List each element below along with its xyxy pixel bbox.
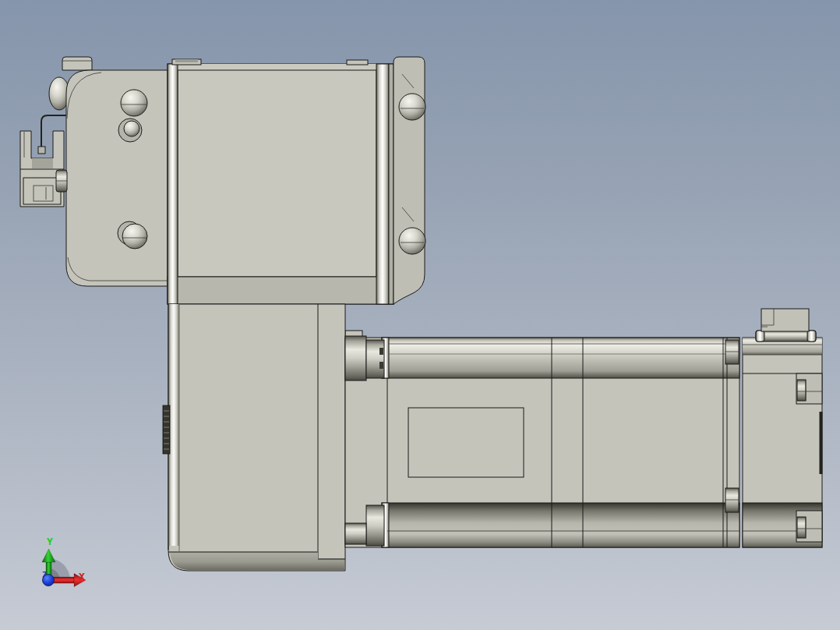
motor-housing[interactable] bbox=[743, 338, 823, 547]
orientation-triad[interactable]: Z Y X bbox=[42, 536, 86, 587]
cable-end bbox=[38, 147, 45, 154]
carriage-plate[interactable] bbox=[62, 57, 168, 286]
top-lip-right bbox=[347, 60, 368, 65]
right-flange-plate[interactable] bbox=[394, 57, 425, 304]
tube-bottom-rail bbox=[382, 503, 739, 547]
y-axis-label: Y bbox=[47, 536, 53, 547]
z-axis-dot bbox=[43, 575, 55, 586]
flange-screw-top bbox=[399, 94, 425, 120]
top-tab bbox=[62, 57, 92, 70]
block-face bbox=[178, 70, 376, 277]
flange-screw-bottom bbox=[399, 228, 425, 254]
model-canvas[interactable]: Z Y X bbox=[0, 0, 840, 630]
actuator-vertical-body[interactable] bbox=[163, 304, 362, 571]
scale-strip bbox=[163, 405, 170, 454]
motor-notch-top bbox=[796, 373, 822, 404]
motor-notch-bottom bbox=[796, 511, 822, 542]
actuator-tube[interactable] bbox=[345, 336, 739, 547]
x-axis-label: X bbox=[79, 571, 85, 582]
motor-connector[interactable] bbox=[756, 309, 816, 342]
motor-side-slot bbox=[820, 412, 823, 474]
cad-viewport[interactable]: Z Y X bbox=[0, 0, 840, 630]
connector-flange bbox=[756, 331, 816, 342]
carriage-block[interactable] bbox=[168, 59, 394, 304]
connector-body bbox=[761, 309, 809, 331]
